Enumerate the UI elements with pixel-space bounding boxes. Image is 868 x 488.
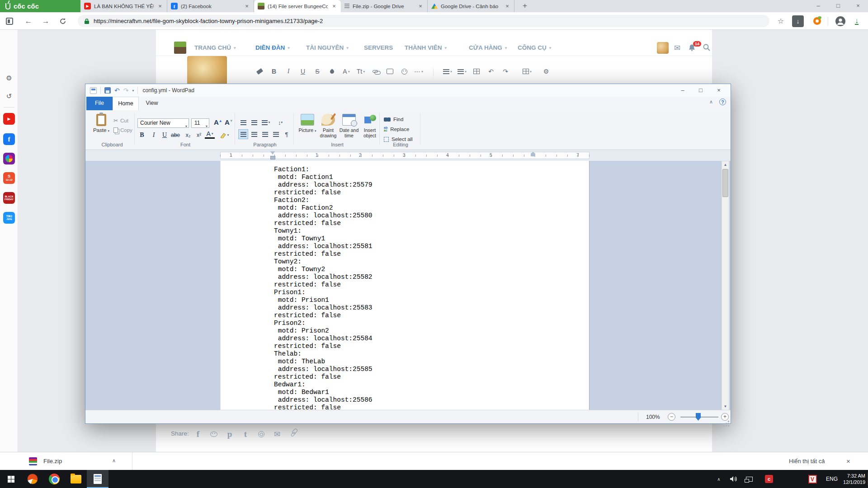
customize-qat-icon[interactable]: ▾ [132,89,134,93]
editor-font-color-icon[interactable]: A▾ [340,66,353,77]
editor-emoji-icon[interactable] [398,66,410,77]
undo-icon[interactable]: ↶ [114,87,120,94]
editor-table-icon[interactable] [470,66,483,77]
vietkey-icon[interactable]: V [806,470,819,488]
tab-close-icon[interactable]: × [504,3,510,9]
site-nav-4[interactable]: THÀNH VIÊN▾ [405,44,447,51]
redo-icon[interactable]: ↷ [123,87,129,94]
editor-link-icon[interactable] [369,66,382,77]
editor-more-icon[interactable]: ⋯▾ [412,66,425,77]
tray-expand-icon[interactable]: ∧ [713,470,724,488]
downloaded-file-name[interactable]: File.zip [43,458,62,465]
share-link-icon[interactable] [287,428,299,440]
site-nav-3[interactable]: SERVERS [364,44,393,51]
wordpad-titlebar[interactable]: ↶ ↷ ▾ config.yml - WordPad – □ × [85,84,731,97]
indent-marker[interactable] [270,151,275,160]
date-and-time-button[interactable]: Date and time [339,114,359,138]
zoom-in-button[interactable]: + [721,413,729,421]
editor-redo-icon[interactable]: ↷ [499,66,512,77]
ribbon-tab-view[interactable]: View [139,97,165,110]
resize-grip[interactable] [728,421,729,422]
font-family-select[interactable]: Courier New▾ [137,118,189,128]
increase-indent-button[interactable] [249,117,259,127]
italic-button[interactable]: I [149,130,159,140]
highlight-button[interactable]: ▾ [219,130,229,140]
sidebar-toggle-icon[interactable] [4,12,15,30]
tab-close-icon[interactable]: × [417,3,424,9]
paste-button[interactable]: Paste ▾ [91,113,112,141]
superscript-button[interactable]: x² [194,130,204,140]
search-icon[interactable] [703,44,710,51]
download-button[interactable]: ↓ [790,12,806,30]
back-button[interactable]: ← [22,12,35,30]
taskbar-coccoc-button[interactable] [22,470,43,488]
ribbon-tab-home[interactable]: Home [113,97,139,110]
share-facebook-icon[interactable]: f [192,428,204,440]
browser-tab[interactable]: (14) File server BungeeCo × [254,0,341,12]
underline-button[interactable]: U [160,130,170,140]
scroll-down-icon[interactable]: ▼ [722,403,729,410]
bold-button[interactable]: B [137,130,147,140]
wordpad-minimize-button[interactable]: – [674,84,692,97]
network-icon[interactable] [742,470,756,488]
share-email-icon[interactable]: ✉ [271,428,283,440]
browser-tab[interactable]: f (2) Facebook × [167,0,254,12]
reload-button[interactable] [56,12,70,30]
wordpad-close-button[interactable]: × [710,84,728,97]
help-icon[interactable]: ? [719,99,726,105]
tab-close-icon[interactable]: × [331,3,337,9]
address-bar[interactable]: https://minecraftvn.net/file-gom-skybloc… [78,15,769,27]
justify-button[interactable] [271,129,281,139]
select-all-button[interactable]: Select all [384,136,413,142]
vertical-scrollbar[interactable]: ▲ ▼ [722,161,729,411]
sidebar-item-zingmp3[interactable] [3,153,15,164]
font-size-select[interactable]: 11▾ [191,118,209,128]
grow-font-button[interactable]: A▲ [214,118,222,126]
editor-text-size-icon[interactable]: Tt▾ [354,66,367,77]
share-whatsapp-icon[interactable] [255,428,267,440]
sidebar-item-youtube[interactable]: ▶ [3,113,15,125]
user-avatar[interactable] [657,42,669,54]
bookmark-star-icon[interactable]: ☆ [774,12,788,30]
font-color-button[interactable]: A▾ [205,130,215,139]
save-icon[interactable] [104,87,111,94]
sidebar-item-black-friday[interactable]: BLACKFRIDAY [3,192,15,204]
new-tab-button[interactable]: + [519,1,531,11]
extension-icon[interactable] [810,12,824,30]
coccoc-update-tray-icon[interactable]: c [762,470,776,488]
sidebar-item-settings[interactable]: ⚙ [3,72,15,84]
site-nav-1[interactable]: DIỄN ĐÀN▾ [255,44,290,51]
sidebar-item-shopee[interactable]: S12.12 [3,172,15,184]
collapse-ribbon-icon[interactable]: ∧ [709,99,713,105]
mail-icon[interactable]: ✉ [674,43,680,53]
editor-bold-icon[interactable]: B [268,66,280,77]
scroll-up-icon[interactable]: ▲ [722,161,729,169]
picture-button[interactable]: Picture ▾ [297,114,318,134]
decrease-indent-button[interactable] [238,117,248,127]
editor-align-icon[interactable]: ▾ [441,66,454,77]
editor-insert-box-icon[interactable]: ▾ [521,66,533,77]
volume-icon[interactable] [727,470,741,488]
editor-strikethrough-icon[interactable]: S [311,66,324,77]
editor-undo-icon[interactable]: ↶ [485,66,497,77]
site-logo[interactable] [174,42,186,54]
tab-close-icon[interactable]: × [157,3,163,9]
maximize-button[interactable]: □ [828,0,848,12]
profile-icon[interactable] [833,12,848,30]
paragraph-button[interactable]: ¶ [282,129,292,139]
site-nav-2[interactable]: TÀI NGUYÊN▾ [306,44,349,51]
browser-tab[interactable]: File.zip - Google Drive × [341,0,428,12]
paint-drawing-button[interactable]: Paint drawing [318,114,339,138]
editor-italic-icon[interactable]: I [282,66,295,77]
editor-image-icon[interactable] [383,66,396,77]
share-reddit-icon[interactable] [208,428,220,440]
editor-color-drop-icon[interactable] [326,66,338,77]
download-manager-icon[interactable]: ↓ [850,12,863,30]
editor-underline-icon[interactable]: U [297,66,309,77]
site-nav-5[interactable]: CỬA HÀNG▾ [469,44,507,51]
list-button[interactable]: ▾ [261,117,271,127]
close-button[interactable]: × [848,0,868,12]
document-paper[interactable]: Faction1: motd: Faction1 address: localh… [220,161,590,411]
clock[interactable]: 7:32 AM 12/1/2019 [840,470,865,488]
shrink-font-button[interactable]: A▼ [225,118,233,126]
